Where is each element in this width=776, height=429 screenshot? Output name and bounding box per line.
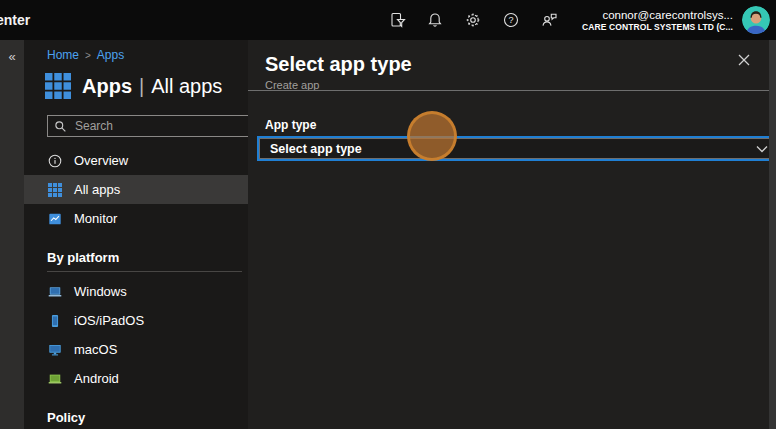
page-title: Apps|All apps [82, 75, 222, 98]
sidebar-item-monitor[interactable]: Monitor [24, 204, 248, 233]
close-x-svg [737, 53, 751, 67]
breadcrumb-apps-link[interactable]: Apps [97, 48, 124, 62]
create-app-form: App type Select app type [265, 118, 776, 159]
directories-filter-icon-svg [388, 11, 406, 29]
sidebar-item-android[interactable]: Android [24, 364, 248, 393]
sidebar-item-label: macOS [74, 342, 117, 357]
notifications-bell-icon[interactable] [416, 0, 454, 40]
page-title-primary: Apps [82, 75, 132, 97]
panel-title: Select app type [265, 53, 776, 76]
avatar[interactable] [742, 6, 770, 34]
windows-laptop-icon [48, 285, 62, 299]
account-info[interactable]: connor@carecontrolsys... CARE CONTROL SY… [582, 8, 733, 33]
settings-gear-icon[interactable] [454, 0, 492, 40]
grid-icon [48, 183, 62, 197]
sidebar-item-overview[interactable]: Overview [24, 146, 248, 175]
sidebar-item-all-apps[interactable]: All apps [24, 175, 248, 204]
top-bar: enter [0, 0, 776, 40]
section-divider [47, 271, 242, 272]
android-device-icon [48, 372, 62, 386]
page-title-secondary: All apps [151, 75, 222, 97]
bell-icon-svg [426, 11, 444, 29]
sidebar-item-label: All apps [74, 182, 120, 197]
panel-header-divider [248, 90, 776, 91]
gear-icon-svg [464, 11, 482, 29]
feedback-icon-svg [540, 11, 558, 29]
section-header-policy: Policy [24, 393, 248, 429]
question-icon-svg: ? [502, 11, 520, 29]
directories-filter-icon[interactable] [378, 0, 416, 40]
mac-monitor-icon [48, 343, 62, 357]
page-title-separator: | [139, 75, 144, 97]
collapse-sidebar-button[interactable]: « [8, 50, 15, 63]
vertical-scrollbar[interactable] [769, 40, 776, 429]
info-icon [48, 154, 62, 168]
sidebar-item-label: Android [74, 371, 119, 386]
sidebar-search [47, 115, 248, 137]
portal-title-truncated: enter [0, 12, 30, 28]
sidebar-item-label: Overview [74, 153, 128, 168]
chevron-down-icon [756, 145, 768, 153]
sidebar-item-macos[interactable]: macOS [24, 335, 248, 364]
close-icon[interactable] [735, 51, 753, 72]
content-area: « Home>Apps Apps|All apps [0, 40, 776, 429]
app-type-dropdown[interactable]: Select app type [259, 138, 776, 159]
help-icon[interactable]: ? [492, 0, 530, 40]
avatar-image [742, 6, 770, 34]
nav-rail: « [0, 40, 24, 429]
breadcrumb: Home>Apps [24, 45, 248, 62]
app-type-label: App type [265, 118, 776, 132]
sidebar: Home>Apps Apps|All apps [24, 40, 248, 429]
sidebar-item-ios[interactable]: iOS/iPadOS [24, 306, 248, 335]
iphone-icon [48, 314, 62, 328]
select-app-type-panel: Select app type Create app App type Sele… [248, 40, 776, 429]
monitor-icon [48, 212, 62, 226]
section-header-by-platform: By platform [24, 233, 248, 271]
breadcrumb-home-link[interactable]: Home [47, 48, 79, 62]
breadcrumb-separator: > [85, 50, 91, 61]
sidebar-item-label: iOS/iPadOS [74, 313, 144, 328]
feedback-icon[interactable] [530, 0, 568, 40]
account-tenant: CARE CONTROL SYSTEMS LTD (C... [582, 22, 733, 33]
intune-admin-center: enter [0, 0, 776, 429]
search-icon [54, 120, 67, 133]
page-title-row: Apps|All apps [24, 62, 248, 99]
top-bar-actions: ? connor@carecontrolsys... CARE CONTROL … [378, 0, 776, 40]
svg-text:?: ? [509, 15, 514, 25]
sidebar-item-label: Monitor [74, 211, 117, 226]
account-email: connor@carecontrolsys... [582, 8, 733, 22]
app-type-dropdown-value: Select app type [270, 142, 362, 156]
sidebar-item-label: Windows [74, 284, 127, 299]
apps-grid-icon [45, 73, 71, 99]
sidebar-item-windows[interactable]: Windows [24, 277, 248, 306]
search-input[interactable] [73, 118, 248, 134]
